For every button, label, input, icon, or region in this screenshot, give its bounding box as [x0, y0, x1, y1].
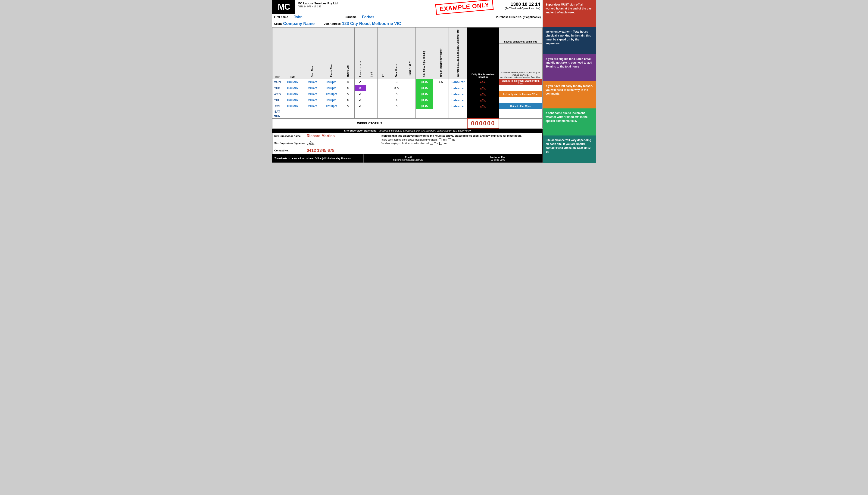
no2-checkbox[interactable]: [439, 142, 442, 145]
name-row: First name John Surname Forbes Purchase …: [272, 14, 543, 20]
company-abn: ABN 14 078 417 133: [298, 5, 424, 8]
date-cell: 07/06/16: [282, 97, 303, 103]
two-t-cell: [378, 79, 389, 85]
supervisor-sig-value: 𝓇𝓁𝒾𝓈𝓈: [307, 140, 314, 146]
allow-cell: $3.45: [415, 103, 433, 109]
inclement-cell: [433, 114, 449, 118]
supervisor-statement-banner: Site Supervisor Statement (Timesheets ca…: [272, 129, 543, 133]
two-t-cell: [378, 91, 389, 97]
phone-section: 1300 10 12 14 (24/7 National Operations …: [503, 0, 543, 14]
surname-label: Surname: [345, 16, 357, 19]
no1-checkbox[interactable]: [448, 138, 451, 141]
lunch-cell: [355, 109, 366, 114]
lunch-cell: [355, 114, 366, 118]
finish-cell: [322, 114, 341, 118]
comment-cell: [499, 97, 542, 103]
yes2-checkbox[interactable]: [430, 142, 433, 145]
travel-cell: [404, 79, 415, 85]
start-cell: [303, 109, 322, 114]
phone-sub: (24/7 National Operations Line): [505, 7, 540, 10]
lunch-cell: ✓: [355, 91, 366, 97]
job-address: 123 City Road, Melbourne VIC: [342, 21, 401, 26]
table-row: WED 06/06/16 7:00am 12:00pm 5 ✓ 5 $3.45 …: [273, 91, 543, 97]
travel-cell: [404, 91, 415, 97]
supervisor-name-value: Richard Martins: [307, 134, 335, 138]
th-date: Date: [282, 28, 303, 79]
sidebar-panel-4: If you have left early for any reason, y…: [543, 81, 596, 108]
po-label: Purchase Order No. (if applicable): [496, 16, 541, 19]
one-half-cell: [366, 103, 377, 109]
worked-as-cell: [449, 109, 467, 114]
sidebar-panel-1: Supervisor MUST sign off all worked hour…: [543, 0, 596, 27]
th-finish: Finish Time: [322, 28, 341, 79]
lunch-cell: ✓: [355, 79, 366, 85]
comment-cell: Worked in inclement weather from 2pm: [499, 79, 542, 85]
travel-cell: [404, 103, 415, 109]
finish-cell: 12:00pm: [322, 91, 341, 97]
hours-ord-cell: [341, 114, 355, 118]
supervisor-statement-sub: (Timesheets cannot be processed until th…: [376, 129, 471, 132]
two-t-cell: [378, 109, 389, 114]
sig-cell: 𝓇𝓁𝒾𝓈𝓈: [467, 97, 499, 103]
weekly-totals-row: WEEKLY TOTALS 000000: [273, 118, 543, 128]
lunch-cell: ✓: [355, 103, 366, 109]
travel-cell: [404, 97, 415, 103]
hours-ord-cell: 8: [341, 97, 355, 103]
one-half-cell: [366, 109, 377, 114]
table-row: MON 04/06/16 7:00am 3:30pm 8 ✓ 8 $3.45 1…: [273, 79, 543, 85]
allow-cell: $3.45: [415, 97, 433, 103]
footer-fax: National Fax 03 8888 9909: [453, 154, 543, 163]
yes1-checkbox[interactable]: [439, 138, 441, 141]
one-half-cell: [366, 114, 377, 118]
footer-submit-text: Timesheets to be submitted to Head Offic…: [272, 156, 363, 161]
inclement-cell: 1.5: [433, 79, 449, 85]
two-t-cell: [378, 97, 389, 103]
table-row: TUE 05/06/16 7:00am 3:30pm 8 × 8.5 $3.45…: [273, 85, 543, 91]
sidebar: Supervisor MUST sign off all worked hour…: [543, 0, 596, 163]
total-cell: 8: [389, 97, 404, 103]
table-row: FRI 08/06/16 7:00am 12:00pm 5 ✓ 5 $3.45 …: [273, 103, 543, 109]
day-cell: SUN: [273, 114, 282, 118]
total-cell: [389, 114, 404, 118]
date-cell: 05/06/16: [282, 85, 303, 91]
day-cell: WED: [273, 91, 282, 97]
worked-as-cell: Labourer: [449, 85, 467, 91]
allow-cell: $3.45: [415, 79, 433, 85]
weekly-totals-label: WEEKLY TOTALS: [273, 118, 467, 128]
th-one-half: 1½T: [366, 28, 377, 79]
example-only-stamp: EXAMPLE ONLY: [436, 0, 494, 15]
surname-value: Forbes: [362, 15, 408, 19]
inclement-cell: [433, 103, 449, 109]
supervisor-name-row: Site Supervisor Name Richard Martins: [273, 133, 379, 139]
client-label: Client: [274, 22, 282, 25]
day-cell: THU: [273, 97, 282, 103]
finish-cell: 3:30pm: [322, 97, 341, 103]
allow-cell: [415, 109, 433, 114]
supervisor-section: Site Supervisor Name Richard Martins Sit…: [272, 133, 543, 154]
client-name: Company Name: [283, 21, 314, 26]
start-cell: 7:00am: [303, 103, 322, 109]
one-half-cell: [366, 97, 377, 103]
footer-email: Email timesheet@mclabour.com.au: [363, 154, 453, 163]
supervisor-contact-value: 0412 1345 678: [307, 148, 334, 153]
first-name-label: First name: [274, 16, 288, 19]
travel-cell: [404, 85, 415, 91]
allow-cell: [415, 114, 433, 118]
two-t-cell: [378, 103, 389, 109]
sig-cell: [467, 114, 499, 118]
inclement-cell: [433, 109, 449, 114]
date-cell: [282, 109, 303, 114]
lunch-cell: ✓: [355, 97, 366, 103]
th-allow: Site Allow. $ (or Mobile): [415, 28, 433, 79]
day-cell: TUE: [273, 85, 282, 91]
hours-ord-cell: 8: [341, 79, 355, 85]
date-cell: [282, 114, 303, 118]
total-cell: 8: [389, 79, 404, 85]
th-worked-as: Worked as a... (Eg. Labourer, Carpenter …: [449, 28, 467, 79]
one-half-cell: [366, 91, 377, 97]
hours-ord-cell: 5: [341, 91, 355, 97]
start-cell: 7:00am: [303, 79, 322, 85]
finish-cell: [322, 109, 341, 114]
inclement-cell: [433, 91, 449, 97]
confirm-text: I confirm that this employee has worked …: [381, 134, 541, 137]
